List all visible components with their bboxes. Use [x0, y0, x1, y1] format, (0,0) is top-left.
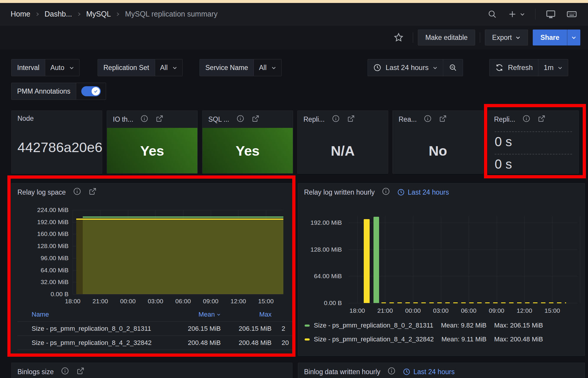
search-icon[interactable]: [487, 9, 497, 19]
legend-series-name[interactable]: Size - ps_pmm_replication_8_4_2_32842: [314, 335, 434, 343]
x-tick-label: 03:00: [427, 307, 455, 314]
stat-value: N/A: [298, 128, 388, 173]
panel-time-range-label: Last 24 hours: [413, 368, 454, 376]
chevron-down-icon: [69, 65, 74, 70]
x-tick-label: 09:00: [196, 298, 225, 305]
info-icon[interactable]: [382, 187, 390, 197]
relay-log-written-hourly-panel[interactable]: Relay log written hourly Last 24 hours 1…: [298, 183, 585, 356]
legend-mean-value: Mean: 9.11 MiB: [441, 335, 486, 343]
stat-value: 0 s: [495, 157, 572, 172]
relay-log-space-panel[interactable]: Relay log space 224.00 MiB192.00 MiB160.…: [11, 183, 293, 356]
replication-set-select[interactable]: All: [155, 59, 183, 76]
gridline: [441, 216, 441, 303]
stat-sub-row: 0 s: [495, 131, 572, 149]
keyboard-icon[interactable]: [566, 9, 577, 20]
info-icon[interactable]: [332, 115, 340, 124]
stat-panel-replication-lag[interactable]: Repli... 0 s 0 s: [488, 110, 579, 174]
legend-row: Size - ps_pmm_replication_8_0_2_81311Mea…: [305, 322, 543, 329]
legend-extra-value: 2: [272, 325, 292, 333]
refresh-button[interactable]: Refresh: [490, 59, 538, 76]
stat-panel-read-only[interactable]: Rea... No: [392, 110, 483, 174]
breadcrumb-dashboards[interactable]: Dashb...: [45, 10, 72, 18]
time-range-button[interactable]: Last 24 hours: [368, 59, 443, 76]
interval-label: Interval: [12, 59, 45, 76]
divider: [535, 9, 535, 19]
make-editable-button[interactable]: Make editable: [418, 30, 475, 45]
gridline: [73, 210, 73, 294]
y-tick-label: 0.00 B: [14, 291, 69, 298]
legend-series-name[interactable]: Size - ps_pmm_replication_8_0_2_81311: [314, 322, 433, 329]
stat-panel-node[interactable]: Node 442786a20e65: [11, 110, 102, 174]
pmm-annotations-toggle[interactable]: [76, 83, 106, 100]
legend-row: Size - ps_pmm_replication_8_4_2_32842Mea…: [305, 335, 543, 343]
external-link-icon[interactable]: [251, 115, 259, 124]
y-tick-label: 64.00 MiB: [14, 267, 69, 274]
y-tick-label: 192.00 MiB: [298, 219, 342, 226]
breadcrumb: Home Dashb... MySQL MySQL replication su…: [11, 10, 217, 18]
info-icon[interactable]: [73, 187, 81, 197]
pmm-annotations-label: PMM Annotations: [12, 83, 76, 100]
binlog-data-written-hourly-panel[interactable]: Binlog data written hourly Last 24 hours: [298, 363, 585, 378]
top-accent-strip: [0, 0, 588, 3]
service-name-select[interactable]: All: [254, 59, 281, 76]
bar-yellow[interactable]: [364, 219, 370, 303]
panel-title: Binlog data written hourly: [304, 368, 380, 376]
refresh-interval-select[interactable]: 1m: [538, 59, 568, 76]
gridline: [469, 216, 469, 303]
legend-col-max[interactable]: Max: [259, 311, 272, 318]
external-link-icon[interactable]: [88, 187, 97, 197]
panel-title: Rea...: [399, 115, 417, 123]
share-dropdown-button[interactable]: [567, 30, 580, 45]
star-icon[interactable]: [393, 32, 404, 43]
x-tick-label: 00:00: [114, 298, 142, 305]
divider: [17, 350, 292, 350]
panel-time-range-link[interactable]: Last 24 hours: [403, 368, 454, 376]
bar-green[interactable]: [373, 217, 379, 303]
external-link-icon[interactable]: [347, 115, 355, 124]
chevron-down-icon: [558, 65, 563, 70]
info-icon[interactable]: [424, 115, 432, 124]
toggle-switch[interactable]: [81, 86, 101, 96]
panel-time-range-link[interactable]: Last 24 hours: [397, 188, 449, 196]
legend-series-name[interactable]: Size - ps_pmm_replication_8_4_2_32842: [32, 339, 176, 347]
info-icon[interactable]: [387, 367, 396, 377]
refresh-icon: [495, 63, 504, 72]
zoom-out-button[interactable]: [443, 59, 463, 76]
binlogs-size-panel[interactable]: Binlogs size: [11, 363, 293, 378]
stat-panel-sql-thread[interactable]: SQL ... Yes: [202, 110, 293, 174]
legend-series-name[interactable]: Size - ps_pmm_replication_8_0_2_81311: [32, 325, 176, 333]
panel-title: Binlogs size: [17, 368, 54, 376]
info-icon[interactable]: [61, 367, 69, 377]
breadcrumb-home[interactable]: Home: [11, 10, 30, 18]
monitor-icon[interactable]: [545, 9, 556, 19]
gridline: [357, 216, 358, 303]
info-icon[interactable]: [236, 115, 244, 124]
external-link-icon[interactable]: [537, 115, 545, 124]
share-button[interactable]: Share: [533, 30, 567, 45]
stat-panel-replication[interactable]: Repli... N/A: [297, 110, 388, 174]
info-icon[interactable]: [522, 115, 530, 124]
interval-select[interactable]: Auto: [45, 59, 79, 76]
breadcrumb-mysql[interactable]: MySQL: [86, 10, 111, 18]
dashboard-page: Home Dashb... MySQL MySQL replication su…: [0, 0, 588, 378]
info-icon[interactable]: [140, 115, 148, 124]
divider: [480, 32, 480, 43]
legend-col-name[interactable]: Name: [32, 311, 176, 318]
relay-log-written-plot[interactable]: [348, 216, 577, 303]
legend-mean-value: 206.15 MiB: [188, 325, 221, 333]
relay-log-space-plot[interactable]: [73, 210, 283, 294]
clock-icon: [373, 63, 381, 72]
external-link-icon[interactable]: [439, 115, 447, 124]
x-tick-label: 18:00: [59, 298, 87, 305]
replication-set-value: All: [160, 64, 168, 72]
panel-title: Relay log written hourly: [304, 188, 375, 196]
external-link-icon[interactable]: [76, 367, 85, 377]
dashboard-toolbar: Make editable Export Share: [0, 25, 588, 50]
export-button[interactable]: Export: [485, 30, 528, 45]
service-name-variable: Service Name All: [199, 59, 282, 76]
stat-panel-io-thread[interactable]: IO th... Yes: [107, 110, 198, 174]
legend-col-mean[interactable]: Mean: [199, 311, 221, 318]
chevron-down-icon: [520, 12, 525, 17]
add-panel-button[interactable]: [507, 9, 525, 19]
external-link-icon[interactable]: [155, 115, 163, 124]
